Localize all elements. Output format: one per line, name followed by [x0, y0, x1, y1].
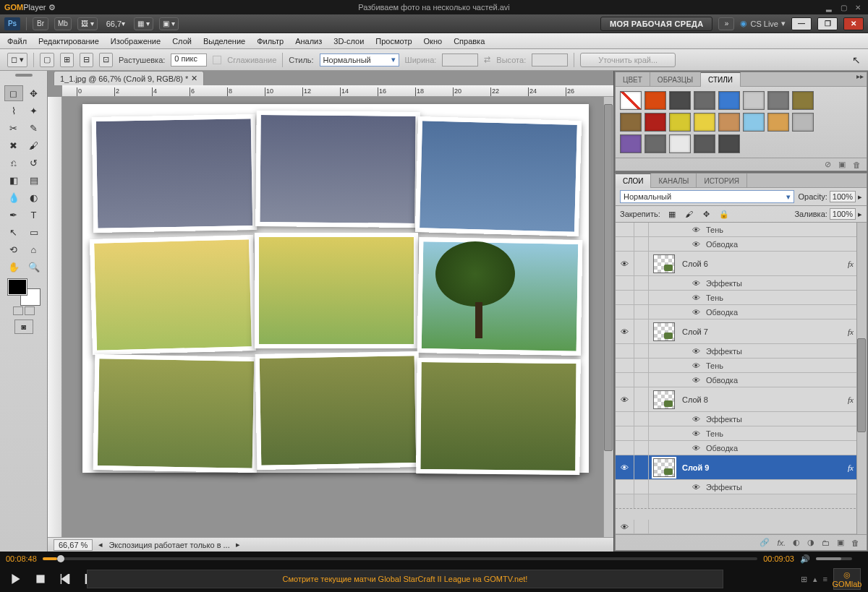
- type-tool[interactable]: T: [25, 207, 43, 223]
- visibility-icon[interactable]: 👁: [616, 319, 634, 343]
- style-swatch[interactable]: [620, 91, 642, 110]
- tab-history[interactable]: ИСТОРИЯ: [697, 173, 747, 188]
- adjustment-layer-icon[interactable]: ◑: [807, 538, 814, 547]
- style-select[interactable]: Нормальный▾: [320, 53, 399, 67]
- workspace-button[interactable]: МОЯ РАБОЧАЯ СРЕДА: [600, 17, 712, 31]
- layer-mask-icon[interactable]: ◐: [793, 538, 800, 547]
- layers-vscroll[interactable]: [856, 223, 867, 534]
- status-nav-prev-icon[interactable]: ◂: [98, 540, 103, 549]
- tab-styles[interactable]: СТИЛИ: [701, 72, 741, 87]
- style-swatch[interactable]: [767, 91, 789, 110]
- feather-input[interactable]: 0 пикс: [171, 53, 207, 67]
- style-swatch[interactable]: [669, 91, 691, 110]
- tab-layers[interactable]: СЛОИ: [616, 173, 651, 188]
- opacity-arrow-icon[interactable]: ▸: [858, 192, 862, 202]
- style-swatch[interactable]: [644, 113, 666, 132]
- heal-tool[interactable]: ✖: [4, 137, 23, 153]
- gom-ad-banner[interactable]: Смотрите текущие матчи Global StarCraft …: [87, 570, 723, 588]
- marquee-mode-int[interactable]: ⊡: [99, 53, 113, 67]
- style-swatch[interactable]: [694, 134, 715, 153]
- new-layer-icon[interactable]: ▣: [837, 538, 844, 547]
- style-new-icon[interactable]: ▣: [838, 160, 846, 169]
- fill-value[interactable]: 100%: [830, 208, 856, 220]
- layer-thumbnail[interactable]: [653, 322, 675, 341]
- screen-mode-button[interactable]: ▣ ▾: [159, 17, 179, 30]
- menu-view[interactable]: Просмотр: [375, 37, 412, 46]
- gom-opt2-icon[interactable]: ▴: [813, 575, 817, 584]
- layer-row-selected[interactable]: 👁 Слой 9 fx▴: [616, 455, 867, 480]
- ps-close-button[interactable]: ✕: [843, 17, 864, 30]
- zoom-level[interactable]: 66,7: [106, 20, 122, 28]
- tab-swatches[interactable]: ОБРАЗЦЫ: [650, 72, 701, 87]
- gom-opt1-icon[interactable]: ⊞: [801, 575, 807, 584]
- opacity-value[interactable]: 100%: [830, 191, 856, 202]
- ps-restore-button[interactable]: ❐: [817, 17, 838, 30]
- blur-tool[interactable]: 💧: [4, 189, 23, 205]
- menu-select[interactable]: Выделение: [203, 37, 245, 46]
- refine-edge-button[interactable]: Уточнить край...: [580, 53, 676, 67]
- layer-thumbnail[interactable]: [653, 254, 675, 273]
- tab-color[interactable]: ЦВЕТ: [616, 72, 650, 87]
- visibility-icon[interactable]: 👁: [616, 387, 634, 411]
- gom-min-icon[interactable]: ▂: [823, 2, 835, 12]
- hand-tool[interactable]: ✋: [4, 259, 23, 275]
- lock-paint-icon[interactable]: 🖌: [684, 209, 695, 219]
- pen-tool[interactable]: ✒: [4, 207, 23, 223]
- swap-colors-icon[interactable]: [25, 306, 35, 315]
- menu-layer[interactable]: Слой: [172, 37, 192, 46]
- group-icon[interactable]: 🗀: [822, 539, 830, 547]
- volume-icon[interactable]: 🔊: [800, 554, 810, 564]
- style-swatch[interactable]: [792, 91, 814, 110]
- layer-thumbnail[interactable]: [653, 390, 675, 409]
- workspace-more-button[interactable]: »: [718, 17, 734, 30]
- style-swatch[interactable]: [644, 134, 666, 153]
- tool-preset-button[interactable]: ◻ ▾: [7, 53, 27, 67]
- eyedropper-tool[interactable]: ✎: [25, 120, 43, 136]
- eraser-tool[interactable]: ◧: [4, 172, 23, 188]
- fill-arrow-icon[interactable]: ▸: [858, 210, 862, 219]
- status-info[interactable]: Экспозиция работает только в ...: [109, 541, 229, 549]
- prev-button[interactable]: [56, 570, 74, 588]
- style-delete-icon[interactable]: 🗑: [853, 160, 861, 169]
- lock-trans-icon[interactable]: ▦: [666, 209, 678, 219]
- lock-all-icon[interactable]: 🔒: [718, 209, 730, 219]
- layer-thumbnail[interactable]: [653, 458, 675, 477]
- panel-collapse-icon[interactable]: ▸▸: [856, 72, 864, 80]
- menu-file[interactable]: Файл: [7, 37, 27, 46]
- status-zoom[interactable]: 66,67 %: [54, 539, 93, 551]
- move-tool[interactable]: ✥: [25, 85, 43, 101]
- visibility-icon[interactable]: 👁: [616, 252, 634, 275]
- ruler-vertical[interactable]: [48, 97, 62, 537]
- cslive-button[interactable]: ◉CS Live ▾: [740, 19, 786, 28]
- bridge-button[interactable]: Br: [33, 17, 48, 30]
- crop-tool[interactable]: ✂: [4, 120, 23, 136]
- style-swatch[interactable]: [669, 134, 691, 153]
- shape-tool[interactable]: ▭: [25, 224, 43, 240]
- stop-button[interactable]: [32, 570, 49, 588]
- status-nav-next-icon[interactable]: ▸: [236, 540, 240, 549]
- volume-slider[interactable]: [816, 557, 852, 560]
- menu-help[interactable]: Справка: [454, 37, 485, 46]
- style-swatch[interactable]: [718, 113, 740, 132]
- gomlab-button[interactable]: ◎GOMlab: [833, 568, 861, 590]
- visibility-icon[interactable]: 👁: [616, 520, 634, 533]
- menu-image[interactable]: Изображение: [111, 37, 161, 46]
- history-brush-tool[interactable]: ↺: [25, 155, 43, 171]
- brush-tool[interactable]: 🖌: [25, 137, 43, 153]
- style-swatch[interactable]: [743, 113, 765, 132]
- visibility-icon[interactable]: 👁: [616, 455, 634, 479]
- menu-filter[interactable]: Фильтр: [257, 37, 284, 46]
- 3d-cam-tool[interactable]: ⌂: [25, 241, 43, 257]
- marquee-tool[interactable]: ◻: [4, 85, 23, 101]
- stamp-tool[interactable]: ⎌: [4, 155, 23, 171]
- delete-layer-icon[interactable]: 🗑: [851, 539, 859, 547]
- style-swatch[interactable]: [669, 113, 691, 132]
- marquee-mode-sub[interactable]: ⊟: [80, 53, 93, 67]
- marquee-mode-add[interactable]: ⊞: [60, 53, 74, 67]
- gom-max-icon[interactable]: ▢: [838, 2, 849, 12]
- menu-analysis[interactable]: Анализ: [295, 37, 322, 46]
- canvas-vscroll[interactable]: [603, 97, 613, 537]
- style-swatch[interactable]: [694, 113, 715, 132]
- style-swatch[interactable]: [694, 91, 715, 110]
- view-extras-button[interactable]: 🖼 ▾: [77, 17, 98, 30]
